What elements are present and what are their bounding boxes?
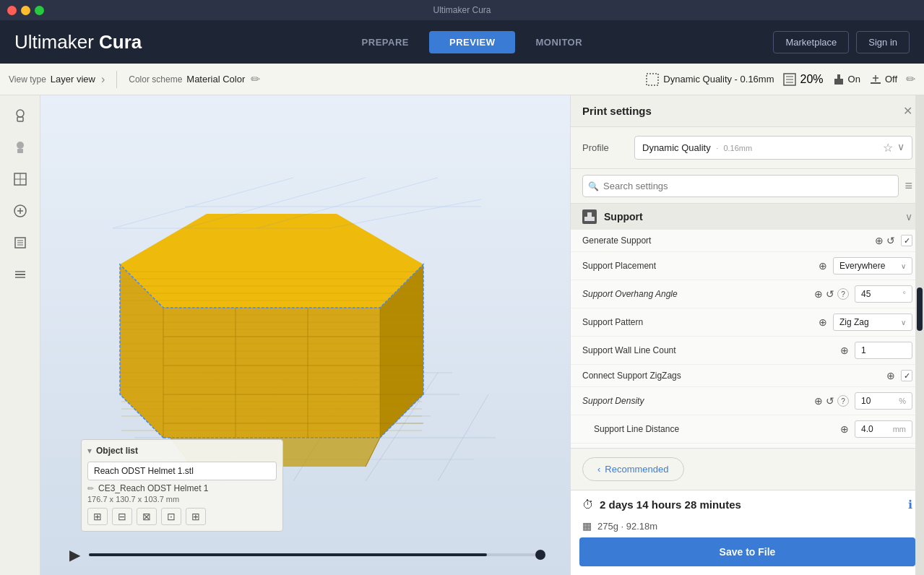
setting-support-pattern: Support Pattern ⊕ Zig Zag ∨ <box>571 308 924 337</box>
help-icon[interactable]: ? <box>837 395 849 407</box>
view-type-chevron-icon[interactable]: › <box>101 73 105 86</box>
toolbar-edit-icon[interactable]: ✏ <box>906 72 915 86</box>
connect-zigzags-checkbox[interactable] <box>901 370 912 381</box>
obj-action-4[interactable]: ⊡ <box>161 508 181 525</box>
support-toggle-section: On <box>832 73 860 86</box>
marketplace-button[interactable]: Marketplace <box>773 31 849 53</box>
top-navigation: Ultimaker Cura PREPARE PREVIEW MONITOR M… <box>0 20 924 64</box>
profile-value-box[interactable]: Dynamic Quality · 0.16mm ☆ ∨ <box>634 136 912 160</box>
support-section-icon <box>582 209 597 224</box>
panel-close-button[interactable]: ✕ <box>903 104 912 118</box>
obj-action-2[interactable]: ⊟ <box>112 508 132 525</box>
link-icon[interactable]: ⊕ <box>875 235 884 246</box>
info-icon[interactable]: ℹ <box>908 498 912 511</box>
support-icon <box>832 73 845 86</box>
wall-line-count-value-box[interactable]: 1 <box>855 342 912 359</box>
signin-button[interactable]: Sign in <box>856 31 910 53</box>
support-placement-label: Support Placement <box>582 261 819 271</box>
logo-second: Cura <box>99 31 142 53</box>
support-placement-controls: ⊕ <box>819 260 827 272</box>
print-panel-header: Print settings ✕ <box>571 95 924 127</box>
link-icon[interactable]: ⊕ <box>886 370 895 381</box>
adhesion-toggle-section: Off <box>869 73 897 86</box>
sidebar-tool-3[interactable] <box>6 165 35 194</box>
color-scheme-edit-icon[interactable]: ✏ <box>251 72 260 86</box>
overhang-angle-label: Support Overhang Angle <box>582 289 814 299</box>
dropdown-arrow-icon: ∨ <box>901 262 906 270</box>
viewport[interactable]: ▾ Object list Reach ODST Helmet 1.stl ✏ … <box>40 95 570 575</box>
panel-scrollbar[interactable] <box>915 95 924 575</box>
search-wrap <box>582 175 899 197</box>
progress-thumb[interactable] <box>535 550 545 560</box>
svg-point-12 <box>17 142 24 149</box>
help-icon[interactable]: ? <box>837 288 849 300</box>
progress-track[interactable] <box>89 553 541 556</box>
close-window-button[interactable] <box>7 6 17 15</box>
reset-icon[interactable]: ↺ <box>826 395 834 407</box>
profile-row: Profile Dynamic Quality · 0.16mm ☆ ∨ <box>571 127 924 169</box>
play-button[interactable]: ▶ <box>69 546 80 563</box>
reset-icon[interactable]: ↺ <box>886 235 895 246</box>
search-input[interactable] <box>582 175 899 197</box>
link-icon[interactable]: ⊕ <box>814 288 823 300</box>
overhang-angle-controls: ⊕ ↺ ? <box>814 288 849 300</box>
support-density-value-box[interactable]: 10 % <box>855 392 912 410</box>
object-list-header[interactable]: ▾ Object list <box>87 446 277 456</box>
sidebar-tool-2[interactable] <box>6 133 35 162</box>
support-line-distance-value-box[interactable]: 4.0 mm <box>855 420 912 438</box>
support-pattern-dropdown[interactable]: Zig Zag ∨ <box>833 314 912 331</box>
tab-monitor[interactable]: MONITOR <box>515 31 603 53</box>
profile-sub-value: 0.16mm <box>723 144 752 152</box>
profile-star-icon[interactable]: ☆ <box>883 141 893 155</box>
sidebar-tool-1[interactable] <box>6 101 35 130</box>
obj-action-3[interactable]: ⊠ <box>137 508 157 525</box>
object-dimensions: 176.7 x 130.7 x 103.7 mm <box>87 495 277 503</box>
link-icon[interactable]: ⊕ <box>814 395 823 407</box>
sidebar-tool-6[interactable] <box>6 260 35 289</box>
setting-connect-zigzags: Connect Support ZigZags ⊕ <box>571 365 924 387</box>
svg-rect-76 <box>584 217 595 221</box>
print-panel-title: Print settings <box>582 105 652 117</box>
support-placement-dropdown[interactable]: Everywhere ∨ <box>833 257 912 274</box>
object-actions: ⊞ ⊟ ⊠ ⊡ ⊞ <box>87 508 277 525</box>
support-section-chevron-icon[interactable]: ∨ <box>905 211 912 222</box>
obj-action-5[interactable]: ⊞ <box>186 508 206 525</box>
generate-support-checkbox[interactable] <box>901 235 912 246</box>
recommended-button[interactable]: ‹ Recommended <box>582 457 684 481</box>
estimate-time: 2 days 14 hours 28 minutes <box>600 498 902 511</box>
section-header-support[interactable]: Support ∨ <box>571 204 924 230</box>
tab-prepare[interactable]: PREPARE <box>342 31 429 53</box>
save-to-file-button[interactable]: Save to File <box>579 537 915 566</box>
link-icon[interactable]: ⊕ <box>819 260 827 272</box>
overhang-angle-value-box[interactable]: 45 ° <box>855 285 912 303</box>
svg-line-73 <box>329 199 481 228</box>
infill-icon <box>783 73 796 86</box>
support-placement-value: Everywhere <box>839 261 885 271</box>
recommended-label: Recommended <box>605 464 668 475</box>
sidebar-tool-4[interactable] <box>6 196 35 225</box>
scrollbar-thumb[interactable] <box>917 288 923 331</box>
tab-preview[interactable]: PREVIEW <box>429 31 515 53</box>
link-icon[interactable]: ⊕ <box>819 316 827 328</box>
reset-icon[interactable]: ↺ <box>826 288 834 300</box>
toolbar: View type Layer view › Color scheme Mate… <box>0 64 924 95</box>
generate-support-controls: ⊕ ↺ <box>875 235 895 246</box>
svg-rect-5 <box>834 79 843 85</box>
settings-list: Support ∨ Generate Support ⊕ ↺ Support P… <box>571 204 924 448</box>
adhesion-off-label: Off <box>885 74 897 85</box>
setting-wall-line-count: Support Wall Line Count ⊕ 1 <box>571 337 924 365</box>
link-icon[interactable]: ⊕ <box>840 423 849 435</box>
profile-chevron-icon[interactable]: ∨ <box>897 141 904 155</box>
object-list-title: Object list <box>96 446 138 456</box>
quality-label: Dynamic Quality - 0.16mm <box>646 73 774 86</box>
link-icon[interactable]: ⊕ <box>840 345 849 356</box>
maximize-window-button[interactable] <box>35 6 44 15</box>
support-line-distance-controls: ⊕ <box>840 423 849 435</box>
obj-action-1[interactable]: ⊞ <box>87 508 108 525</box>
wall-line-count-controls: ⊕ <box>840 345 849 356</box>
sidebar-tool-5[interactable] <box>6 228 35 257</box>
support-pattern-label: Support Pattern <box>582 317 819 327</box>
object-meta: ✏ CE3_Reach ODST Helmet 1 <box>87 483 277 493</box>
menu-icon[interactable]: ≡ <box>904 178 912 194</box>
minimize-window-button[interactable] <box>21 6 30 15</box>
